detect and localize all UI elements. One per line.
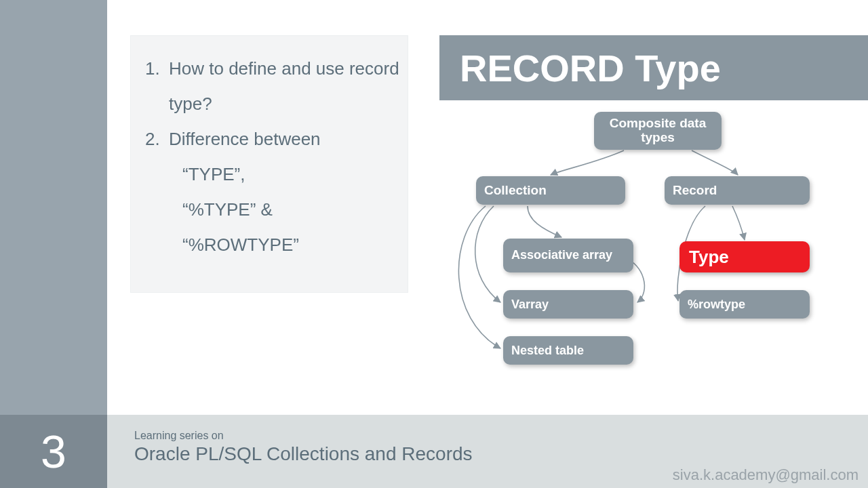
node-rowtype: %rowtype [679,290,810,319]
node-collection-label: Collection [484,183,547,198]
footer-eyebrow: Learning series on [134,430,473,442]
footer-text: Learning series on Oracle PL/SQL Collect… [134,430,473,465]
slide-number: 3 [0,415,107,488]
node-nested-table: Nested table [503,336,633,365]
question-1: How to define and use record type? [165,51,401,121]
questions-panel: How to define and use record type? Diffe… [130,35,408,293]
diagram: Composite data types Collection Record A… [441,108,868,393]
node-nested-table-label: Nested table [511,344,584,358]
node-assoc-array-label: Associative array [511,249,612,262]
questions-list: How to define and use record type? Diffe… [165,51,401,157]
node-varray-label: Varray [511,298,549,312]
node-root: Composite data types [594,112,722,150]
node-assoc-array: Associative array [503,239,633,272]
question-subitems: “TYPE”, “%TYPE” & “%ROWTYPE” [182,157,401,262]
sub-type: “TYPE”, [182,157,401,192]
page-title: RECORD Type [439,35,868,100]
node-record-label: Record [673,183,717,198]
footer-email: siva.k.academy@gmail.com [673,466,859,484]
sub-pct-type: “%TYPE” & [182,192,401,227]
sub-rowtype: “%ROWTYPE” [182,227,401,262]
node-varray: Varray [503,290,633,319]
node-rowtype-label: %rowtype [688,298,745,312]
node-collection: Collection [476,176,625,205]
node-record: Record [665,176,810,205]
node-root-label: Composite data types [602,117,713,145]
footer-headline: Oracle PL/SQL Collections and Records [134,443,473,465]
node-type: Type [679,241,810,272]
question-2: Difference between [165,121,401,157]
node-type-label: Type [689,247,729,268]
